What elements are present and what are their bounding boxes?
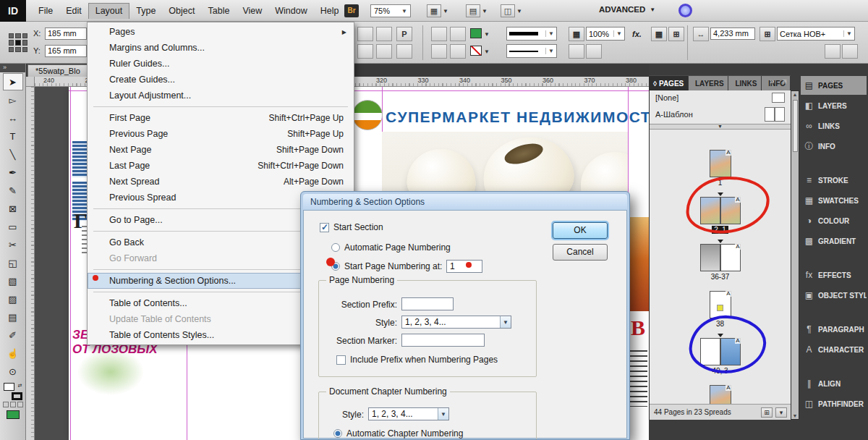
Help[interactable]: Help	[314, 3, 346, 19]
ok-button[interactable]: OK	[553, 222, 608, 239]
stroke-weight-select[interactable]: ▼	[506, 27, 557, 41]
cell-styles-icon[interactable]: ⊞	[668, 27, 684, 41]
gradient-feather-tool[interactable]: ▨	[3, 290, 23, 308]
pencil-icon[interactable]	[842, 44, 858, 59]
rectangle-tool[interactable]: ▭	[3, 218, 23, 235]
panel-tab[interactable]: LINKS	[728, 76, 762, 90]
apply-color-swatch[interactable]	[7, 410, 20, 419]
drop-shadow-icon[interactable]	[569, 44, 584, 59]
cancel-button[interactable]: Cancel	[553, 244, 608, 261]
menu-item[interactable]: Next Spread Alt+Page Down	[88, 174, 354, 190]
View[interactable]: View	[236, 3, 268, 19]
y-position-field[interactable]: 165 mm	[45, 45, 87, 57]
eyedropper-tool[interactable]: ✐	[3, 326, 23, 344]
opacity-select[interactable]: 100% ▼	[586, 27, 625, 41]
preview-icon[interactable]	[825, 44, 841, 59]
shear-icon[interactable]	[376, 27, 392, 41]
stroke-color-swatch[interactable]	[470, 46, 482, 56]
panel-menu-icon[interactable]: ≡	[783, 77, 787, 85]
menu-item[interactable]: Last Page Shift+Ctrl+Page Down	[88, 158, 354, 174]
menu-item[interactable]: Ruler Guides...	[88, 56, 354, 72]
menu-item[interactable]: First Page Shift+Ctrl+Page Up	[88, 110, 354, 126]
dock-layers[interactable]: ◧ LAYERS	[801, 96, 867, 115]
swap-fill-stroke-icon[interactable]: ⇄	[18, 383, 22, 389]
rotate-90-icon[interactable]	[396, 44, 412, 59]
Layout[interactable]: Layout	[88, 3, 130, 19]
gradient-tool[interactable]: ▧	[3, 272, 23, 289]
menu-item[interactable]: Margins and Columns...	[88, 40, 354, 56]
automatic-chapter-numbering-radio[interactable]: Automatic Chapter Numbering	[333, 428, 463, 439]
dialog-titlebar[interactable]: Numbering & Section Options	[303, 194, 627, 210]
dock-effects[interactable]: fx EFFECTS	[801, 266, 867, 284]
chevron-down-icon[interactable]: ▼	[438, 408, 448, 420]
corner-options-icon[interactable]	[586, 44, 602, 59]
anchor-icon[interactable]	[431, 44, 447, 59]
dock-paragraph[interactable]: ¶ PARAGRAPH	[801, 320, 867, 339]
dock-pages[interactable]: ▤ PAGES	[801, 76, 867, 95]
formatting-text-icon[interactable]	[10, 402, 16, 407]
rectangle-frame-tool[interactable]: ⊠	[3, 200, 23, 217]
Window[interactable]: Window	[268, 3, 313, 19]
align-icon[interactable]	[431, 27, 447, 41]
checkbox-icon[interactable]	[320, 223, 329, 232]
section-marker-field[interactable]	[401, 334, 485, 347]
File[interactable]: File	[32, 3, 59, 19]
apply-none-icon[interactable]	[17, 402, 23, 407]
reference-point-proxy[interactable]	[9, 33, 27, 52]
radio-icon[interactable]	[333, 429, 342, 438]
formatting-container-icon[interactable]	[3, 402, 9, 407]
dock-pathfinder[interactable]: ◫ PATHFINDER	[801, 394, 867, 413]
panel-tab[interactable]: ◊ PAGES	[649, 76, 689, 90]
Table[interactable]: Table	[201, 3, 236, 19]
start-section-checkbox[interactable]: Start Section	[320, 222, 383, 232]
menu-item[interactable]: Create Guides...	[88, 72, 354, 88]
scrollbar-thumb[interactable]	[793, 100, 798, 152]
chapter-style-select[interactable]: 1, 2, 3, 4... ▼	[368, 407, 449, 420]
rotate-icon[interactable]	[357, 27, 373, 41]
pencil-tool[interactable]: ✎	[3, 182, 23, 199]
panel-collapse-icon[interactable]: »	[770, 77, 774, 85]
dock-gradient[interactable]: ▩ GRADIENT	[801, 232, 867, 250]
hand-tool[interactable]: ☝	[3, 344, 23, 362]
pages-panel-scrollbar[interactable]: ▲ ▼	[791, 90, 799, 420]
dock-colour[interactable]: ◑ COLOUR	[801, 211, 867, 230]
effects-fx-button[interactable]: fx.	[632, 30, 642, 38]
zoom-tool[interactable]: ⊙	[3, 363, 23, 380]
pen-tool[interactable]: ✒	[3, 164, 23, 181]
gap-value-field[interactable]: 4,233 mm	[710, 28, 755, 40]
scissors-tool[interactable]: ✂	[3, 236, 23, 253]
dock-stroke[interactable]: ≡ STROKE	[801, 171, 867, 190]
new-spread-icon[interactable]: ⊞	[761, 407, 773, 418]
page-thumbnail[interactable]: A 36-37	[700, 240, 741, 281]
page-thumbnail[interactable]: A 4	[710, 381, 731, 404]
bridge-icon[interactable]: Br	[344, 4, 359, 17]
wrap-icon[interactable]	[450, 44, 466, 59]
line-tool[interactable]: ╲	[3, 145, 23, 163]
master-none-thumbnail[interactable]	[772, 93, 785, 103]
tools-collapse-icon[interactable]: »	[0, 64, 25, 72]
section-prefix-field[interactable]	[401, 297, 454, 310]
stroke-swatch[interactable]	[12, 392, 22, 400]
paragraph-direction-button[interactable]: P	[396, 27, 412, 41]
menu-item[interactable]: Pages	[88, 24, 354, 40]
master-none-row[interactable]: [None]	[650, 90, 791, 105]
ruler-origin-corner[interactable]	[26, 77, 35, 87]
fill-color-swatch[interactable]	[470, 28, 482, 38]
workspace-switcher[interactable]: ADVANCED ▼	[599, 5, 655, 14]
page-tool[interactable]: ↔	[3, 109, 23, 127]
master-a-thumbnail[interactable]	[765, 107, 785, 122]
flip-vertical-icon[interactable]	[376, 44, 392, 59]
dock-object-styles[interactable]: ▣ OBJECT STYLES	[801, 286, 867, 305]
scroll-up-icon[interactable]: ▲	[791, 92, 799, 97]
view-options-dropdown[interactable]: ▦ ▼	[427, 4, 448, 17]
radio-icon[interactable]	[331, 243, 340, 252]
stroke-style-select[interactable]: ▼	[506, 44, 557, 58]
menu-item[interactable]: Next Page Shift+Page Down	[88, 142, 354, 158]
panel-options-icon[interactable]: ▾	[775, 407, 787, 418]
start-page-numbering-radio[interactable]: Start Page Numbering at:	[331, 261, 442, 271]
fill-stroke-widget[interactable]: ⇄	[4, 383, 22, 400]
flip-horizontal-icon[interactable]	[357, 44, 373, 59]
scroll-down-icon[interactable]: ▼	[791, 413, 799, 418]
dock-align[interactable]: ∥ ALIGN	[801, 374, 867, 393]
document-tab[interactable]: *55watp_Blo	[27, 64, 88, 77]
